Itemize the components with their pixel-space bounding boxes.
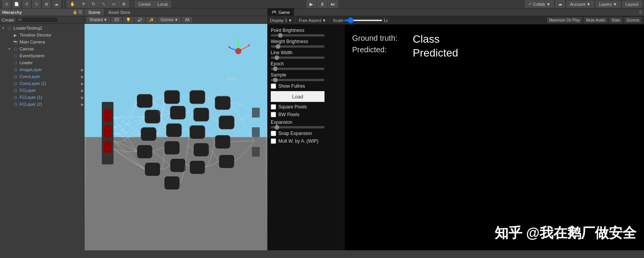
line-width-slider-container xyxy=(271,57,341,59)
collab-button[interactable]: ✓ Collab ▼ xyxy=(525,0,554,8)
svg-text:y: y xyxy=(235,36,237,40)
play-button[interactable]: ▶ xyxy=(306,0,316,8)
gizmos-label: Gizmos xyxy=(161,18,174,22)
tree-item-timeline[interactable]: ▶ Timeline Director xyxy=(0,32,84,38)
layer-icon: ⬡ xyxy=(12,88,18,93)
epoch-slider-container xyxy=(271,68,341,70)
tree-item-eventsystem[interactable]: ⬡ EventSystem xyxy=(0,52,84,59)
line-width-slider[interactable] xyxy=(271,57,324,59)
stats-btn[interactable]: Stats xyxy=(609,17,622,23)
cloud-icon[interactable]: ☁ xyxy=(52,0,61,8)
maximize-btn[interactable]: Maximize On Play xyxy=(547,17,583,23)
layer-icon: ⬡ xyxy=(12,102,18,107)
display-selector: Display 1 ▼ xyxy=(270,18,292,23)
game-tab[interactable]: 🎮 Game xyxy=(268,8,294,16)
folder-icon: ⬡ xyxy=(6,25,12,31)
mute-btn[interactable]: Mute Audio xyxy=(584,17,608,23)
layout-button[interactable]: Layout xyxy=(622,1,642,8)
tree-item-convlayer[interactable]: ⬡ ConvLayer ▶ xyxy=(0,73,84,80)
svg-rect-13 xyxy=(166,123,182,137)
create-label[interactable]: Create xyxy=(2,18,14,22)
file-btn[interactable]: 📄 xyxy=(12,0,21,8)
transform-rotate[interactable]: ↻ xyxy=(89,1,99,7)
asset-store-tab[interactable]: Asset Store xyxy=(104,8,134,16)
hierarchy-search-bar: Create xyxy=(0,16,84,24)
transform-scale[interactable]: ⤡ xyxy=(99,1,109,7)
2d-btn[interactable]: 2D xyxy=(111,17,122,23)
local-btn[interactable]: Local xyxy=(154,1,171,7)
all-btn[interactable]: All xyxy=(182,17,192,23)
tree-item-root[interactable]: ▼ ⬡ LoaderTesting2 xyxy=(0,25,84,32)
step-button[interactable]: ⏭ xyxy=(328,0,338,8)
bw-pixels-group: BW Pixels xyxy=(271,112,341,117)
epoch-slider[interactable] xyxy=(271,68,324,70)
expansion-slider[interactable] xyxy=(271,126,324,128)
tree-item-label: LoaderTesting2 xyxy=(13,26,42,30)
gizmos-btn[interactable]: Gizmos ▼ xyxy=(158,17,181,23)
layers-button[interactable]: Layers ▼ xyxy=(596,1,621,8)
gizmos-game-btn[interactable]: Gizmos xyxy=(624,17,642,23)
svg-rect-3 xyxy=(104,110,111,121)
class-label: Class xyxy=(413,32,458,46)
history-btn[interactable]: ⊞ xyxy=(42,0,51,8)
game-tab-icon: 🎮 xyxy=(272,10,277,15)
mult-w-label: Mult W. by A. (WIP) xyxy=(278,138,318,144)
transform-move[interactable]: ✛ xyxy=(79,1,89,7)
shading-btn[interactable]: Shaded ▼ xyxy=(87,17,110,23)
svg-rect-21 xyxy=(190,160,205,174)
unity-logo-btn[interactable]: ⊙ xyxy=(2,0,11,8)
hierarchy-search-input[interactable] xyxy=(16,17,58,23)
hierarchy-title: Hierarchy xyxy=(2,10,22,15)
watermark-text: 知乎 @我在鹅厂做安全 xyxy=(495,224,636,243)
play-controls: ▶ ⏸ ⏭ xyxy=(306,0,338,8)
scale-slider[interactable] xyxy=(344,20,382,21)
tree-item-camera[interactable]: 📷 Main Camera xyxy=(0,38,84,45)
square-pixels-checkbox[interactable] xyxy=(271,104,276,110)
load-button[interactable]: Load xyxy=(271,91,324,102)
game-tab-label: Game xyxy=(278,10,290,15)
scene-canvas: y Perlin xyxy=(84,24,267,250)
tree-item-fclayer[interactable]: ⬡ FCLayer ▶ xyxy=(0,87,84,94)
svg-rect-25 xyxy=(219,155,235,168)
transform-rect[interactable]: ▭ xyxy=(109,1,119,7)
cloud-button[interactable]: ☁ xyxy=(555,0,565,8)
svg-rect-11 xyxy=(164,90,180,104)
tree-item-label: FCLayer (1) xyxy=(20,95,42,100)
pause-button[interactable]: ⏸ xyxy=(317,0,327,8)
game-panel-menu[interactable]: ☰ xyxy=(637,10,644,14)
account-button[interactable]: Account ▼ xyxy=(566,1,594,8)
svg-rect-7 xyxy=(145,110,161,123)
center-btn[interactable]: Center xyxy=(135,1,154,7)
tree-item-fclayer1[interactable]: ⬡ FCLayer (1) ▶ xyxy=(0,94,84,101)
rotate-btn[interactable]: ↺ xyxy=(22,0,31,8)
point-brightness-slider[interactable] xyxy=(271,34,324,37)
effects-btn[interactable]: ✨ xyxy=(146,17,156,23)
tree-item-fclayer2[interactable]: ⬡ FCLayer (2) ▶ xyxy=(0,101,84,108)
show-fullres-checkbox[interactable] xyxy=(271,83,276,89)
audio-btn[interactable]: 🔊 xyxy=(135,17,145,23)
bw-pixels-checkbox[interactable] xyxy=(271,112,276,117)
collab-icon: ✓ xyxy=(528,2,532,7)
tree-item-imagelayer[interactable]: ⬡ ImageLayer ▶ xyxy=(0,66,84,73)
svg-rect-10 xyxy=(145,163,161,176)
scene-tab[interactable]: Scene xyxy=(84,8,104,16)
tree-item-convlayer1[interactable]: ⬡ ConvLayer (1) ▶ xyxy=(0,80,84,87)
weight-brightness-slider[interactable] xyxy=(271,45,324,48)
snap-expansion-checkbox[interactable] xyxy=(271,131,276,136)
undo-btn[interactable]: ⮌ xyxy=(32,0,41,8)
sample-slider[interactable] xyxy=(271,79,324,81)
timeline-icon: ▶ xyxy=(12,32,18,38)
transform-hand[interactable]: ✋ xyxy=(67,1,79,7)
weight-brightness-slider-container xyxy=(271,45,341,48)
tree-item-canvas[interactable]: ▼ ⬡ Canvas xyxy=(0,45,84,52)
expand-right-icon: ▶ xyxy=(81,82,84,86)
transform-all[interactable]: ⊕ xyxy=(119,1,129,7)
svg-rect-16 xyxy=(164,176,180,190)
lock-icon[interactable]: 🔒 xyxy=(73,10,77,14)
shading-label: Shaded xyxy=(89,18,103,22)
tree-item-loader[interactable]: ⬡ Loader xyxy=(0,59,84,66)
svg-rect-8 xyxy=(141,127,157,141)
mult-w-checkbox[interactable] xyxy=(271,138,276,144)
light-btn[interactable]: 💡 xyxy=(123,17,133,23)
menu-icon[interactable]: ☰ xyxy=(78,10,82,14)
